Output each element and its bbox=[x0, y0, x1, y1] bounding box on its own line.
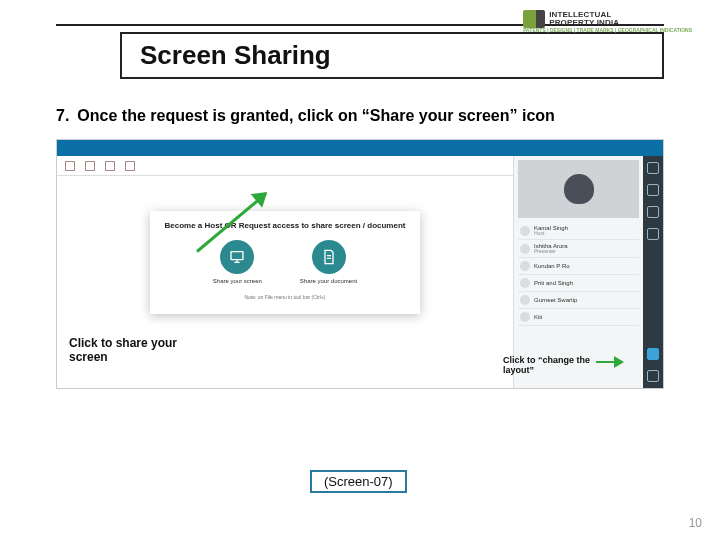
right-icon-bar bbox=[643, 156, 663, 388]
avatar-icon bbox=[520, 312, 530, 322]
monitor-share-icon bbox=[220, 240, 254, 274]
panel-icon[interactable] bbox=[647, 228, 659, 240]
toolbar-icon[interactable] bbox=[85, 161, 95, 171]
toolbar-icon[interactable] bbox=[65, 161, 75, 171]
logo-icon bbox=[523, 10, 545, 28]
person-avatar-icon bbox=[564, 174, 594, 204]
share-screen-label: Share your screen bbox=[213, 278, 262, 284]
share-modal: Become a Host OR Request access to share… bbox=[150, 211, 420, 314]
logo-line2: PROPERTY INDIA bbox=[549, 19, 619, 27]
step-instruction: 7. Once the request is granted, click on… bbox=[56, 107, 664, 125]
callout-share-text: Click to share your screen bbox=[69, 336, 209, 364]
participant-name: Kundan P Ro bbox=[534, 263, 570, 269]
panel-icon[interactable] bbox=[647, 162, 659, 174]
avatar-icon bbox=[520, 261, 530, 271]
modal-title: Become a Host OR Request access to share… bbox=[162, 221, 408, 230]
change-layout-icon[interactable] bbox=[647, 348, 659, 360]
toolbar-icon[interactable] bbox=[125, 161, 135, 171]
participant-row[interactable]: Kiti bbox=[518, 309, 639, 326]
svg-rect-0 bbox=[231, 252, 243, 260]
share-screen-option[interactable]: Share your screen bbox=[213, 240, 262, 284]
avatar-icon bbox=[520, 244, 530, 254]
participant-role: Presenter bbox=[534, 249, 568, 254]
participant-row[interactable]: Kundan P Ro bbox=[518, 258, 639, 275]
avatar-icon bbox=[520, 295, 530, 305]
participant-row[interactable]: Gurneet Swartip bbox=[518, 292, 639, 309]
avatar-icon bbox=[520, 226, 530, 236]
panel-icon[interactable] bbox=[647, 184, 659, 196]
toolbar-icon[interactable] bbox=[105, 161, 115, 171]
panel-icon[interactable] bbox=[647, 370, 659, 382]
screenshot-frame: Become a Host OR Request access to share… bbox=[56, 139, 664, 389]
participants-panel: Kamal SinghHost Ishitha AroraPresenter K… bbox=[514, 156, 643, 388]
participant-row[interactable]: Priti and Singh bbox=[518, 275, 639, 292]
video-thumbnail bbox=[518, 160, 639, 218]
participant-name: Priti and Singh bbox=[534, 280, 573, 286]
participant-name: Kiti bbox=[534, 314, 542, 320]
share-doc-label: Share your document bbox=[300, 278, 357, 284]
modal-note: Note: on File menu in tool bar (Ctrl+) bbox=[162, 294, 408, 300]
document-share-icon bbox=[312, 240, 346, 274]
app-titlebar bbox=[57, 140, 663, 156]
participant-name: Gurneet Swartip bbox=[534, 297, 577, 303]
participant-role: Host bbox=[534, 231, 568, 236]
logo-subtext: PATENTS | DESIGNS | TRADE MARKS | GEOGRA… bbox=[523, 28, 692, 33]
page-title: Screen Sharing bbox=[140, 40, 644, 71]
title-box: Screen Sharing bbox=[120, 32, 664, 79]
page-number: 10 bbox=[689, 516, 702, 530]
step-number: 7. bbox=[56, 107, 69, 125]
screen-caption: (Screen-07) bbox=[310, 470, 407, 493]
share-document-option[interactable]: Share your document bbox=[300, 240, 357, 284]
panel-icon[interactable] bbox=[647, 206, 659, 218]
brand-logo: INTELLECTUAL PROPERTY INDIA PATENTS | DE… bbox=[523, 10, 692, 33]
callout-layout-text: Click to “change the layout” bbox=[503, 355, 603, 375]
participant-row[interactable]: Kamal SinghHost bbox=[518, 222, 639, 240]
participant-row[interactable]: Ishitha AroraPresenter bbox=[518, 240, 639, 258]
right-panel: Kamal SinghHost Ishitha AroraPresenter K… bbox=[513, 156, 663, 388]
toolbar bbox=[57, 156, 513, 176]
step-text: Once the request is granted, click on “S… bbox=[77, 107, 554, 125]
avatar-icon bbox=[520, 278, 530, 288]
